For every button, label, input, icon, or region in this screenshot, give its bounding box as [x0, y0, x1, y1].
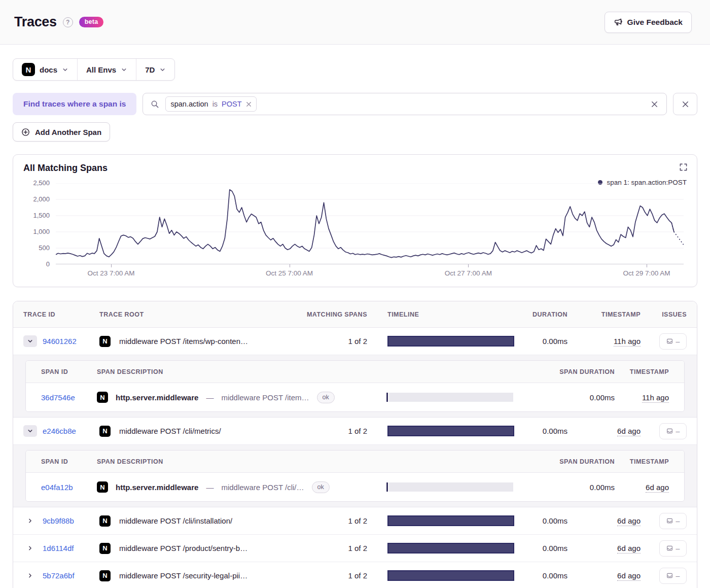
trace-id-link[interactable]: 94601262 — [43, 337, 77, 345]
column-span-description: SPAN DESCRIPTION — [97, 368, 370, 375]
span-timestamp-value[interactable]: 6d ago — [646, 483, 669, 493]
span-table: SPAN IDSPAN DESCRIPTIONSPAN DURATIONTIME… — [25, 360, 685, 412]
issues-button[interactable]: – — [659, 540, 687, 557]
timestamp-value[interactable]: 6d ago — [617, 571, 641, 581]
chart-plot-area: 05001,0001,5002,0002,500 — [56, 183, 684, 264]
timeline-bar[interactable] — [387, 543, 514, 554]
timestamp-cell: 6d ago — [567, 544, 641, 552]
timestamp-value[interactable]: 6d ago — [617, 544, 641, 554]
chart-x-axis: Oct 23 7:00 AMOct 25 7:00 AMOct 27 7:00 … — [56, 264, 684, 283]
y-axis-tick-label: 2,000 — [23, 195, 50, 203]
expand-chevron[interactable] — [23, 515, 37, 527]
trace-root-text: middleware POST /cli/metrics/ — [119, 427, 221, 435]
span-description-cell: Nhttp.server.middleware—middleware POST … — [97, 481, 370, 493]
duration-value: 0.00ms — [514, 337, 567, 345]
help-icon[interactable]: ? — [63, 17, 73, 27]
inbox-icon — [666, 517, 673, 524]
span-row: e04fa12bNhttp.server.middleware—middlewa… — [26, 473, 684, 501]
trace-root-text: middleware POST /security-legal-pii… — [119, 571, 247, 580]
fullscreen-icon[interactable] — [679, 163, 688, 171]
span-timeline-marker — [386, 482, 388, 492]
date-range-filter[interactable]: 7D — [136, 59, 174, 80]
timestamp-value[interactable]: 6d ago — [617, 516, 641, 526]
column-timestamp: TIMESTAMP — [567, 311, 641, 318]
nextjs-logo-icon: N — [97, 392, 108, 403]
timestamp-value[interactable]: 11h ago — [614, 337, 641, 347]
timestamp-value[interactable]: 6d ago — [617, 427, 641, 436]
column-trace-id: TRACE ID — [23, 311, 99, 318]
x-axis-tick-label: Oct 25 7:00 AM — [266, 269, 313, 277]
clear-search-icon[interactable] — [650, 100, 659, 109]
table-row: 94601262Nmiddleware POST /items/wp-conte… — [13, 328, 697, 355]
chevron-right-icon — [27, 517, 33, 524]
trace-id-link[interactable]: 1d6114df — [43, 544, 74, 552]
span-id-link[interactable]: 36d7546e — [41, 393, 75, 402]
chevron-right-icon — [27, 572, 33, 579]
span-search-input[interactable]: span.action is POST — [143, 93, 667, 115]
trace-id-link[interactable]: e246cb8e — [43, 427, 76, 435]
span-table-header: SPAN IDSPAN DESCRIPTIONSPAN DURATIONTIME… — [26, 361, 684, 383]
environment-filter[interactable]: All Envs — [77, 59, 136, 80]
megaphone-icon — [614, 18, 623, 27]
span-duration-value: 0.00ms — [513, 393, 615, 402]
give-feedback-button[interactable]: Give Feedback — [605, 12, 692, 33]
duration-value: 0.00ms — [514, 427, 567, 435]
expand-chevron[interactable] — [23, 542, 37, 554]
project-filter[interactable]: N docs — [13, 59, 77, 80]
span-timeline-track[interactable] — [389, 393, 513, 402]
close-icon — [681, 100, 690, 109]
duration-value: 0.00ms — [514, 516, 567, 525]
timestamp-cell: 6d ago — [567, 427, 641, 435]
nextjs-logo-icon: N — [99, 336, 111, 347]
date-range-filter-label: 7D — [145, 65, 155, 74]
timeline-bar[interactable] — [387, 426, 514, 436]
timeline-bar[interactable] — [387, 515, 514, 526]
issues-button[interactable]: – — [659, 423, 687, 439]
issues-cell: – — [641, 333, 687, 350]
trace-id-link[interactable]: 5b72a6bf — [43, 571, 75, 580]
matching-spans-value: 1 of 2 — [299, 544, 367, 552]
span-operation: http.server.middleware — [116, 393, 198, 402]
issues-button[interactable]: – — [659, 333, 687, 350]
timeline-bar[interactable] — [387, 570, 514, 581]
span-timestamp-value[interactable]: 11h ago — [642, 393, 669, 403]
timeline-bar[interactable] — [387, 336, 514, 347]
issues-button[interactable]: – — [659, 568, 687, 584]
table-row: 1d6114dfNmiddleware POST /product/sentry… — [13, 535, 697, 562]
expanded-span-section: SPAN IDSPAN DESCRIPTIONSPAN DURATIONTIME… — [13, 445, 697, 507]
add-another-span-button[interactable]: Add Another Span — [13, 122, 110, 142]
matching-spans-value: 1 of 2 — [299, 516, 367, 525]
nextjs-logo-icon: N — [99, 426, 111, 437]
trace-id-cell: 94601262 — [23, 335, 99, 347]
y-axis-tick-label: 2,500 — [23, 179, 50, 187]
timeline-cell — [387, 543, 514, 554]
span-timestamp-cell: 11h ago — [615, 393, 669, 402]
expand-chevron[interactable] — [23, 570, 37, 581]
span-timeline-track[interactable] — [389, 482, 513, 492]
timeline-cell — [387, 336, 514, 347]
issues-count: – — [676, 572, 680, 580]
span-timeline-cell — [386, 482, 513, 492]
trace-root-text: middleware POST /product/sentry-b… — [119, 544, 247, 552]
traces-table-header: TRACE ID TRACE ROOT MATCHING SPANS TIMEL… — [13, 301, 697, 328]
span-duration-value: 0.00ms — [513, 483, 615, 492]
token-remove-icon[interactable] — [246, 101, 252, 107]
give-feedback-label: Give Feedback — [627, 18, 683, 27]
search-icon — [151, 100, 159, 109]
trace-id-cell: 1d6114df — [23, 542, 99, 554]
issues-cell: – — [641, 540, 687, 557]
remove-span-button[interactable] — [673, 93, 697, 115]
expand-chevron[interactable] — [23, 425, 37, 437]
timeline-cell — [387, 515, 514, 526]
trace-root-text: middleware POST /cli/installation/ — [119, 516, 232, 525]
expand-chevron[interactable] — [23, 335, 37, 347]
trace-id-link[interactable]: 9cb9f88b — [43, 516, 74, 525]
trace-id-cell: e246cb8e — [23, 425, 99, 437]
timestamp-cell: 6d ago — [567, 516, 641, 525]
search-filter-token[interactable]: span.action is POST — [165, 96, 256, 112]
add-another-span-label: Add Another Span — [35, 128, 101, 136]
span-id-cell: 36d7546e — [41, 393, 97, 402]
issues-button[interactable]: – — [659, 513, 687, 529]
span-id-link[interactable]: e04fa12b — [41, 483, 73, 492]
column-span-timestamp: TIMESTAMP — [615, 368, 669, 375]
